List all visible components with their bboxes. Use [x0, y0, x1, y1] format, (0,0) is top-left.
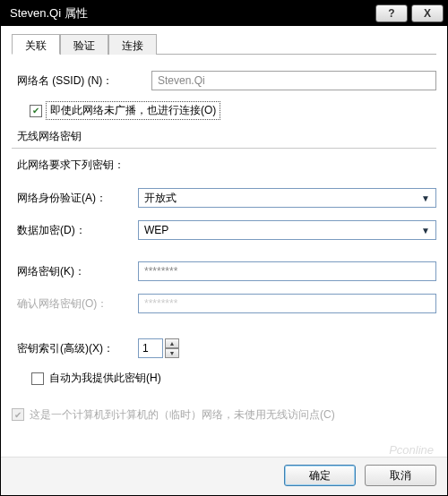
spinner-up-button[interactable]: ▲: [165, 338, 179, 348]
network-key-input[interactable]: [138, 261, 436, 281]
spinner-down-button[interactable]: ▼: [165, 348, 179, 358]
properties-dialog: Steven.Qi 属性 ? X 关联 验证 连接 网络名 (SSID) (N)…: [0, 0, 448, 496]
dialog-buttons: 确定 取消: [1, 457, 447, 495]
cancel-button[interactable]: 取消: [365, 465, 436, 486]
divider-1: [12, 148, 436, 149]
broadcast-label: 即使此网络未广播，也进行连接(O): [46, 101, 220, 120]
auth-row: 网络身份验证(A)： 开放式 ▼: [17, 188, 436, 208]
adhoc-label: 这是一个计算机到计算机的（临时）网络，未使用无线访问点(C): [30, 406, 335, 423]
close-button[interactable]: X: [411, 4, 444, 22]
close-icon: X: [424, 7, 431, 20]
auth-combobox[interactable]: 开放式 ▼: [138, 188, 436, 208]
wireless-key-group-title: 无线网络密钥: [17, 129, 436, 144]
auto-key-checkbox[interactable]: [31, 372, 44, 385]
chevron-down-icon: ▼: [421, 193, 430, 203]
auth-label: 网络身份验证(A)：: [17, 191, 138, 206]
auto-key-label: 自动为我提供此密钥(H): [49, 371, 161, 386]
key-index-input[interactable]: [138, 338, 163, 358]
encrypt-row: 数据加密(D)： WEP ▼: [17, 220, 436, 240]
encrypt-combobox[interactable]: WEP ▼: [138, 220, 436, 240]
key-label: 网络密钥(K)：: [17, 264, 138, 279]
help-button[interactable]: ?: [375, 4, 408, 22]
ssid-input[interactable]: [151, 71, 436, 90]
tab-connection[interactable]: 连接: [108, 34, 157, 55]
encrypt-label: 数据加密(D)：: [17, 223, 138, 238]
ok-button[interactable]: 确定: [284, 465, 356, 486]
titlebar: Steven.Qi 属性 ? X: [1, 1, 447, 26]
key-confirm-label: 确认网络密钥(O)：: [17, 296, 138, 312]
key-row: 网络密钥(K)：: [17, 261, 436, 281]
broadcast-checkbox[interactable]: [30, 105, 42, 117]
watermark: Pconline: [389, 443, 434, 457]
auth-value: 开放式: [144, 191, 177, 206]
adhoc-row: ✔ 这是一个计算机到计算机的（临时）网络，未使用无线访问点(C): [12, 406, 436, 423]
broadcast-row: 即使此网络未广播，也进行连接(O): [30, 101, 436, 120]
adhoc-checkbox: ✔: [12, 408, 24, 421]
spinner-buttons: ▲ ▼: [165, 338, 179, 358]
ssid-label: 网络名 (SSID) (N)：: [17, 73, 151, 89]
key-index-spinner: ▲ ▼: [138, 338, 179, 358]
encrypt-value: WEP: [144, 224, 168, 236]
tab-association[interactable]: 关联: [12, 34, 60, 55]
key-index-label: 密钥索引(高级)(X)：: [17, 341, 138, 356]
key-confirm-row: 确认网络密钥(O)：: [17, 294, 436, 313]
key-index-row: 密钥索引(高级)(X)： ▲ ▼: [17, 338, 436, 358]
auto-key-row: 自动为我提供此密钥(H): [31, 371, 436, 386]
window-title: Steven.Qi 属性: [10, 5, 372, 21]
chevron-down-icon: ▼: [421, 226, 430, 235]
tab-strip: 关联 验证 连接: [12, 33, 436, 55]
help-icon: ?: [388, 7, 394, 20]
network-key-confirm-input: [138, 294, 436, 313]
wireless-key-group-desc: 此网络要求下列密钥：: [17, 158, 436, 173]
tab-authentication[interactable]: 验证: [60, 34, 108, 55]
dialog-content: 关联 验证 连接 网络名 (SSID) (N)： 即使此网络未广播，也进行连接(…: [1, 26, 447, 457]
ssid-row: 网络名 (SSID) (N)：: [17, 71, 436, 90]
